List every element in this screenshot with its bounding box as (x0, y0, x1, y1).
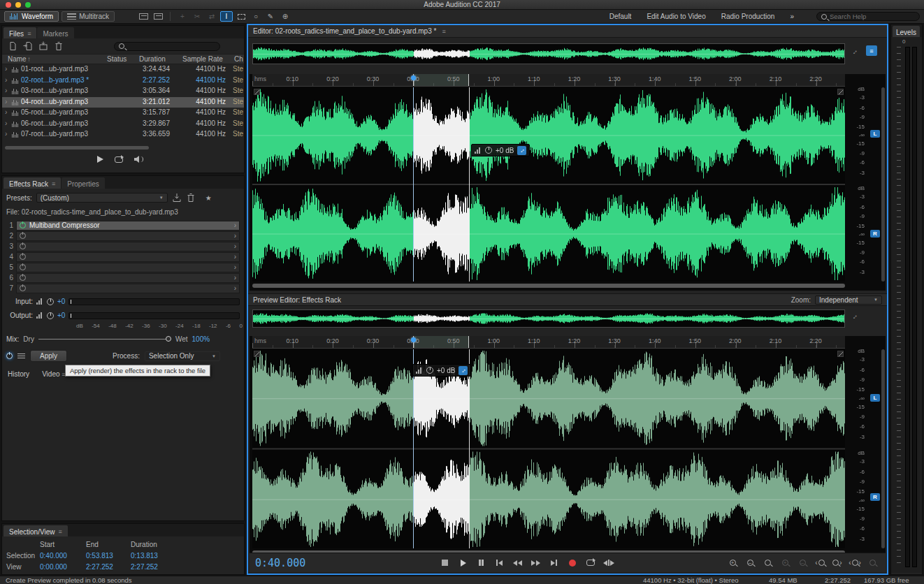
editor-display-options-icon[interactable]: ≡ (866, 45, 877, 56)
effect-slot[interactable]: › (16, 273, 240, 283)
preview-vertical-scrollbar[interactable] (881, 349, 885, 548)
auto-play-icon[interactable] (134, 156, 143, 163)
preview-editor-header[interactable]: Preview Editor: Effects Rack Zoom: Indep… (248, 293, 887, 306)
zoom-out-amplitude-button[interactable] (795, 557, 810, 569)
multitrack-mode-button[interactable]: Multitrack (62, 11, 115, 22)
tab-properties[interactable]: Properties (62, 177, 105, 189)
preset-dropdown[interactable]: (Custom) ▼ (36, 193, 168, 203)
file-row[interactable]: › 06-root...ub-yard.mp33:29.86744100 HzS… (2, 119, 244, 130)
tab-files[interactable]: Files ≡ (3, 27, 36, 38)
playhead-line[interactable] (413, 87, 414, 282)
gain-knob-icon[interactable] (485, 147, 492, 154)
chevron-right-icon[interactable]: › (234, 232, 236, 240)
zoom-in-button[interactable] (725, 557, 740, 569)
main-vertical-scrollbar[interactable] (881, 87, 885, 282)
rack-power-icon[interactable] (6, 353, 13, 359)
ruler-selection[interactable] (413, 336, 469, 348)
files-search-input[interactable] (127, 43, 204, 50)
effect-slot-row[interactable]: 2 › (2, 231, 244, 241)
skip-to-end-button[interactable] (546, 557, 562, 569)
disclosure-icon[interactable]: › (5, 98, 7, 105)
timeline-ruler[interactable]: hms 0:100:200:300:400:501:001:101:201:30… (252, 74, 845, 87)
effect-slot[interactable]: Multiband Compressor› (16, 221, 240, 231)
effect-slot[interactable]: › (16, 263, 240, 272)
play-icon[interactable] (97, 156, 103, 163)
zoom-full-button[interactable] (760, 557, 775, 569)
overview-scroll-icon[interactable]: ↔ (849, 46, 860, 57)
power-icon[interactable] (20, 264, 26, 270)
zoom-handle-icon[interactable] (837, 351, 844, 357)
chevron-right-icon[interactable]: › (234, 263, 236, 271)
file-row[interactable]: › 07-root...ub-yard.mp33:36.65944100 HzS… (2, 129, 244, 140)
panel-menu-icon[interactable]: ≡ (52, 180, 55, 187)
shuttle-button[interactable] (600, 557, 616, 569)
save-preset-icon[interactable] (172, 193, 182, 203)
chevron-right-icon[interactable]: › (234, 284, 236, 292)
time-selection-tool-icon[interactable]: I (220, 11, 233, 22)
tab-levels[interactable]: Levels (893, 26, 920, 37)
selection-end-edge[interactable] (469, 87, 470, 282)
view-start-value[interactable]: 0:00.000 (40, 563, 67, 571)
import-file-icon[interactable] (23, 41, 33, 51)
disclosure-icon[interactable]: › (5, 119, 7, 127)
power-icon[interactable] (20, 285, 26, 291)
pause-button[interactable] (473, 557, 489, 569)
zoom-to-out-point-button[interactable]: › (830, 557, 845, 569)
disclosure-icon[interactable]: › (5, 108, 7, 116)
preview-timeline-ruler[interactable]: hms 0:100:200:300:400:501:001:101:201:30… (252, 336, 845, 349)
col-duration[interactable]: Duration (139, 55, 166, 63)
delete-preset-icon[interactable] (186, 193, 196, 203)
workspace-overflow-button[interactable]: » (790, 13, 794, 20)
chevron-right-icon[interactable]: › (234, 253, 236, 261)
mix-slider-knob[interactable] (166, 336, 171, 342)
power-icon[interactable] (20, 243, 26, 249)
overview-scroll-icon[interactable]: ↔ (849, 311, 860, 321)
power-icon[interactable] (20, 254, 26, 260)
minimize-window-button[interactable] (15, 2, 21, 8)
overview-waveform[interactable] (253, 44, 844, 64)
tab-markers[interactable]: Markers (37, 27, 73, 38)
preview-waveform-canvas[interactable] (252, 349, 845, 548)
effect-slot-row[interactable]: 5 › (2, 262, 244, 272)
effect-slot-row[interactable]: 6 › (2, 272, 244, 283)
effect-slot[interactable]: › (16, 284, 240, 293)
spectral-display-icon[interactable] (152, 11, 164, 22)
files-search-box[interactable] (114, 42, 220, 51)
rack-list-icon[interactable] (17, 353, 25, 360)
disclosure-icon[interactable]: › (5, 76, 7, 84)
insert-into-multitrack-icon[interactable] (38, 41, 48, 51)
chevron-right-icon[interactable]: › (234, 221, 236, 229)
time-display[interactable]: 0:40.000 (255, 557, 305, 569)
preview-playhead-line[interactable] (413, 349, 414, 548)
channel-left-badge[interactable]: L (870, 394, 880, 402)
lasso-selection-tool-icon[interactable]: ○ (250, 11, 262, 22)
preview-volume-hud[interactable]: +0 dB (412, 364, 471, 377)
stop-button[interactable] (437, 557, 453, 569)
overview-strip[interactable] (252, 43, 845, 64)
zoom-window-button[interactable] (25, 2, 31, 8)
search-help-box[interactable] (816, 12, 920, 21)
search-help-input[interactable] (830, 13, 907, 20)
zoom-handle-icon[interactable] (837, 89, 844, 95)
workspace-radio-production-button[interactable]: Radio Production (721, 13, 775, 20)
preview-waveform-display[interactable]: +0 dB (252, 349, 845, 548)
zoom-to-selection-button[interactable]: ‹› (847, 557, 862, 569)
file-row-open[interactable]: › 02-root...b-yard.mp3 *2:27.25244100 Hz… (2, 75, 244, 87)
selection-start-value[interactable]: 0:40.000 (40, 552, 67, 560)
panel-menu-icon[interactable]: ≡ (58, 528, 62, 535)
tab-effects-rack[interactable]: Effects Rack ≡ (3, 177, 61, 189)
waveform-mode-button[interactable]: Waveform (4, 11, 59, 22)
trash-icon[interactable] (54, 41, 64, 51)
ruler-selection[interactable] (413, 74, 469, 86)
close-window-button[interactable] (6, 2, 11, 8)
tab-selection-view[interactable]: Selection/View ≡ (3, 525, 68, 536)
new-file-icon[interactable] (8, 41, 17, 51)
preview-overview-waveform[interactable] (253, 310, 844, 327)
effect-slot-row[interactable]: 3 › (2, 241, 244, 251)
zoom-handle-icon[interactable] (254, 89, 260, 95)
rewind-button[interactable] (510, 557, 526, 569)
main-waveform-canvas[interactable] (252, 87, 845, 282)
record-button[interactable] (564, 557, 580, 569)
file-row[interactable]: › 05-root...ub-yard.mp33:15.78744100 HzS… (2, 108, 244, 119)
selection-duration-value[interactable]: 0:13.813 (131, 552, 158, 560)
